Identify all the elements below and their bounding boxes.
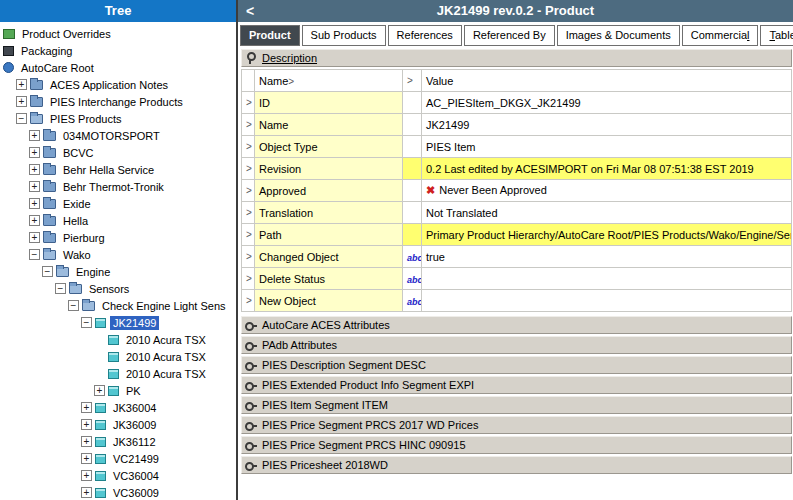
tab-sub-products[interactable]: Sub Products — [302, 25, 386, 46]
row-marker-icon[interactable]: > — [242, 224, 255, 246]
tree-item-sensors[interactable]: −Sensors — [0, 280, 236, 297]
tab-product[interactable]: Product — [240, 25, 300, 46]
tree-item-pierburg[interactable]: +Pierburg — [0, 229, 236, 246]
expand-plus-icon[interactable]: + — [81, 453, 92, 464]
attribute-value[interactable]: ✖Never Been Approved — [422, 180, 792, 202]
collapse-minus-icon[interactable]: − — [29, 249, 40, 260]
tree-item-vc21499[interactable]: +VC21499 — [0, 450, 236, 467]
tree-item-label[interactable]: Packaging — [18, 44, 75, 58]
tree-item-label[interactable]: Exide — [60, 197, 94, 211]
expand-plus-icon[interactable]: + — [81, 470, 92, 481]
tree-item-product-overrides[interactable]: Product Overrides — [0, 25, 236, 42]
tree-item-label[interactable]: Wako — [60, 248, 94, 262]
tree-item-pies-products[interactable]: −PIES Products — [0, 110, 236, 127]
attribute-value[interactable] — [422, 290, 792, 312]
column-arrow-icon[interactable]: > — [288, 76, 294, 87]
section-header-pies-pricesheet-2018wd[interactable]: PIES Pricesheet 2018WD — [241, 456, 792, 474]
section-title[interactable]: Description — [262, 52, 317, 64]
column-header-value[interactable]: Value — [426, 75, 453, 87]
tree-item-label[interactable]: PIES Products — [47, 112, 125, 126]
expand-plus-icon[interactable]: + — [29, 232, 40, 243]
tree-item-label[interactable]: 2010 Acura TSX — [123, 367, 209, 381]
attribute-value[interactable]: 0.2 Last edited by ACESIMPORT on Fri Mar… — [422, 158, 792, 180]
expand-plus-icon[interactable]: + — [81, 419, 92, 430]
tree-item-label[interactable]: Engine — [73, 265, 113, 279]
collapse-minus-icon[interactable]: − — [55, 283, 66, 294]
tree-item-label[interactable]: VC21499 — [110, 452, 162, 466]
row-marker-icon[interactable]: > — [242, 268, 255, 290]
row-marker-icon[interactable]: > — [242, 158, 255, 180]
tree-item-034motorsport[interactable]: +034MOTORSPORT — [0, 127, 236, 144]
tree-item-label[interactable]: VC36004 — [110, 469, 162, 483]
section-header-pies-description-segment-desc[interactable]: PIES Description Segment DESC — [241, 356, 792, 374]
tree-item-pk[interactable]: +PK — [0, 382, 236, 399]
expand-plus-icon[interactable]: + — [94, 385, 105, 396]
tree-item-exide[interactable]: +Exide — [0, 195, 236, 212]
tree-item-behr-hella-service[interactable]: +Behr Hella Service — [0, 161, 236, 178]
attribute-value[interactable]: Primary Product Hierarchy/AutoCare Root/… — [422, 224, 792, 246]
expand-plus-icon[interactable]: + — [29, 164, 40, 175]
tree-item-label[interactable]: 2010 Acura TSX — [123, 350, 209, 364]
tab-references[interactable]: References — [388, 25, 462, 46]
tree-item-label[interactable]: Sensors — [86, 282, 132, 296]
tree-item-label[interactable]: 034MOTORSPORT — [60, 129, 163, 143]
expand-plus-icon[interactable]: + — [16, 79, 27, 90]
expand-plus-icon[interactable]: + — [29, 215, 40, 226]
expand-plus-icon[interactable]: + — [81, 402, 92, 413]
expand-plus-icon[interactable]: + — [29, 198, 40, 209]
tree-item-behr-thermot-tronik[interactable]: +Behr Thermot-Tronik — [0, 178, 236, 195]
tree-item-wako[interactable]: −Wako — [0, 246, 236, 263]
tree-item-label[interactable]: JK21499 — [110, 316, 159, 330]
tree-item-hella[interactable]: +Hella — [0, 212, 236, 229]
column-header-name[interactable]: Name — [259, 75, 288, 87]
section-title[interactable]: PIES Description Segment DESC — [262, 359, 426, 371]
section-title[interactable]: AutoCare ACES Attributes — [262, 319, 390, 331]
section-title[interactable]: PIES Item Segment ITEM — [262, 399, 388, 411]
tree-item-2010-acura-tsx[interactable]: 2010 Acura TSX — [0, 331, 236, 348]
tree-item-label[interactable]: Behr Hella Service — [60, 163, 157, 177]
tree-item-label[interactable]: PK — [123, 384, 144, 398]
tree-item-2010-acura-tsx[interactable]: 2010 Acura TSX — [0, 365, 236, 382]
expand-plus-icon[interactable]: + — [81, 487, 92, 498]
section-title[interactable]: PAdb Attributes — [262, 339, 337, 351]
expand-plus-icon[interactable]: + — [81, 436, 92, 447]
tree-item-jk36112[interactable]: +JK36112 — [0, 433, 236, 450]
tree-item-label[interactable]: 2010 Acura TSX — [123, 333, 209, 347]
tree-item-label[interactable]: AutoCare Root — [18, 61, 97, 75]
collapse-minus-icon[interactable]: − — [42, 266, 53, 277]
tree-item-label[interactable]: PIES Interchange Products — [47, 95, 186, 109]
section-header-pies-price-segment-prcs-hinc-090915[interactable]: PIES Price Segment PRCS HINC 090915 — [241, 436, 792, 454]
row-marker-icon[interactable]: > — [242, 180, 255, 202]
row-marker-icon[interactable]: > — [242, 290, 255, 312]
tree-item-jk36004[interactable]: +JK36004 — [0, 399, 236, 416]
attribute-value[interactable]: PIES Item — [422, 136, 792, 158]
row-marker-icon[interactable]: > — [242, 136, 255, 158]
attribute-value[interactable]: Not Translated — [422, 202, 792, 224]
tree-item-label[interactable]: JK36004 — [110, 401, 159, 415]
mini-column-arrow-icon[interactable]: > — [403, 70, 422, 92]
section-header-pies-item-segment-item[interactable]: PIES Item Segment ITEM — [241, 396, 792, 414]
tree-item-label[interactable]: ACES Application Notes — [47, 78, 171, 92]
tab-images-documents[interactable]: Images & Documents — [557, 25, 680, 46]
attribute-value[interactable]: true — [422, 246, 792, 268]
section-header-description[interactable]: Description — [241, 49, 792, 67]
row-marker-icon[interactable]: > — [242, 246, 255, 268]
expand-plus-icon[interactable]: + — [16, 96, 27, 107]
tree-item-aces-application-notes[interactable]: +ACES Application Notes — [0, 76, 236, 93]
attribute-value[interactable]: AC_PIESItem_DKGX_JK21499 — [422, 92, 792, 114]
collapse-minus-icon[interactable]: − — [68, 300, 79, 311]
tree-item-label[interactable]: Pierburg — [60, 231, 108, 245]
attribute-value[interactable]: JK21499 — [422, 114, 792, 136]
expand-plus-icon[interactable]: + — [29, 181, 40, 192]
tab-commercial[interactable]: Commercial — [682, 25, 759, 46]
collapse-minus-icon[interactable]: − — [81, 317, 92, 328]
tree-item-label[interactable]: JK36112 — [110, 435, 159, 449]
section-title[interactable]: PIES Pricesheet 2018WD — [262, 459, 388, 471]
row-marker-icon[interactable]: > — [242, 114, 255, 136]
tree-item-label[interactable]: Check Engine Light Sens — [99, 299, 229, 313]
tree-item-autocare-root[interactable]: AutoCare Root — [0, 59, 236, 76]
tree-item-label[interactable]: JK36009 — [110, 418, 159, 432]
back-arrow-icon[interactable]: < — [246, 0, 254, 22]
section-title[interactable]: PIES Extended Product Info Segment EXPI — [262, 379, 474, 391]
section-header-autocare-aces-attributes[interactable]: AutoCare ACES Attributes — [241, 316, 792, 334]
